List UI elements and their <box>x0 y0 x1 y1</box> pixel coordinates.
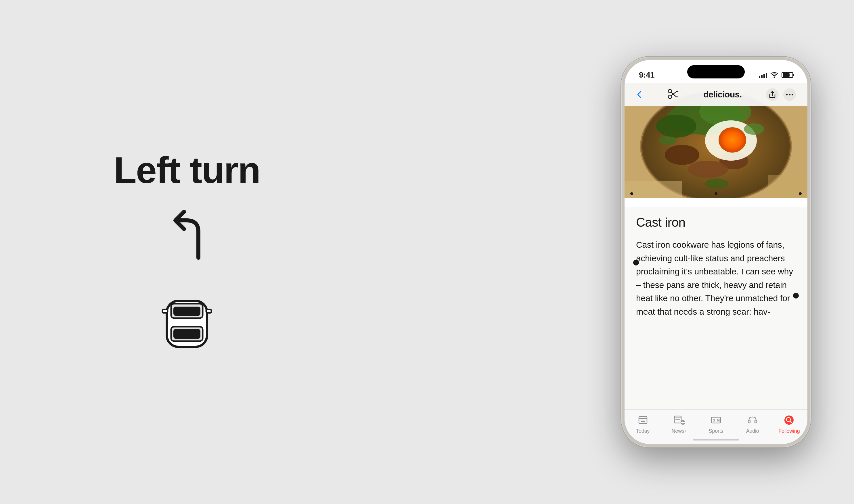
svg-point-16 <box>791 94 793 95</box>
share-button[interactable] <box>766 88 779 101</box>
tab-news-plus[interactable]: News+ <box>665 414 694 434</box>
left-panel: Left turn <box>0 0 374 504</box>
reader-icon <box>667 89 679 99</box>
phone-outer: 9:41 <box>621 57 811 447</box>
svg-point-14 <box>786 94 788 95</box>
text-selection-handle-right[interactable] <box>793 293 799 299</box>
status-time: 9:41 <box>639 70 655 79</box>
svg-point-29 <box>705 178 728 189</box>
back-button[interactable] <box>636 90 643 99</box>
svg-point-26 <box>718 127 746 152</box>
more-button[interactable] <box>783 88 796 101</box>
following-tab-label: Following <box>778 428 800 434</box>
svg-text:3|0|4: 3|0|4 <box>713 419 721 422</box>
following-svg-icon <box>784 415 794 425</box>
reading-icon-button[interactable] <box>667 89 679 100</box>
svg-point-24 <box>688 161 728 178</box>
nav-actions <box>766 88 796 101</box>
svg-rect-4 <box>173 329 201 339</box>
svg-rect-31 <box>625 181 682 198</box>
nav-title: delicious. <box>703 90 742 100</box>
news-plus-tab-label: News+ <box>672 428 687 434</box>
svg-point-21 <box>656 115 696 138</box>
svg-point-7 <box>774 77 775 78</box>
scroll-dot-right <box>799 192 802 195</box>
tab-today[interactable]: Today <box>629 414 657 434</box>
article-title: Cast iron <box>636 215 796 230</box>
svg-rect-5 <box>162 309 168 313</box>
nav-bar: delicious. <box>625 83 807 106</box>
left-turn-arrow-icon <box>161 209 213 266</box>
share-icon <box>769 91 776 98</box>
scroll-indicators <box>625 192 807 195</box>
scroll-dot-center <box>715 192 717 195</box>
sports-svg-icon: 3|0|4 <box>711 415 721 425</box>
today-tab-label: Today <box>636 428 649 434</box>
svg-point-28 <box>744 123 764 135</box>
news-plus-svg-icon <box>674 415 685 425</box>
phone-screen: 9:41 <box>625 60 807 444</box>
turn-label: Left turn <box>114 148 260 192</box>
audio-icon <box>745 414 760 427</box>
svg-rect-2 <box>173 307 201 316</box>
tab-sports[interactable]: 3|0|4 Sports <box>702 414 730 434</box>
phone-container: 9:41 <box>621 57 811 447</box>
car-icon <box>160 284 214 356</box>
scroll-dot-left <box>630 192 633 195</box>
more-dots-icon <box>786 93 793 96</box>
signal-bars-icon <box>759 72 767 78</box>
sports-tab-label: Sports <box>709 428 724 434</box>
article-body: Cast iron cookware has legions of fans, … <box>636 238 796 318</box>
svg-point-15 <box>789 94 790 95</box>
svg-line-10 <box>671 92 676 96</box>
status-icons <box>759 72 793 78</box>
svg-point-27 <box>659 136 676 145</box>
tab-audio[interactable]: Audio <box>738 414 767 434</box>
turn-arrow-container <box>161 209 213 266</box>
tab-following[interactable]: Following <box>774 414 803 434</box>
text-selection-handle-left[interactable] <box>633 260 639 266</box>
audio-tab-label: Audio <box>746 428 759 434</box>
sports-icon: 3|0|4 <box>709 414 723 427</box>
headphones-svg-icon <box>747 415 758 425</box>
home-indicator <box>693 439 739 440</box>
svg-point-22 <box>665 145 699 165</box>
battery-icon <box>782 72 793 78</box>
following-icon <box>782 414 796 427</box>
today-icon <box>636 414 650 427</box>
dynamic-island <box>687 65 745 78</box>
back-chevron-icon <box>636 90 643 99</box>
article-content: Cast iron Cast iron cookware has legions… <box>625 206 807 410</box>
svg-point-48 <box>784 415 794 425</box>
wifi-icon <box>771 72 778 78</box>
news-plus-icon <box>672 414 687 427</box>
newspaper-icon <box>638 415 648 425</box>
svg-rect-6 <box>206 309 211 313</box>
